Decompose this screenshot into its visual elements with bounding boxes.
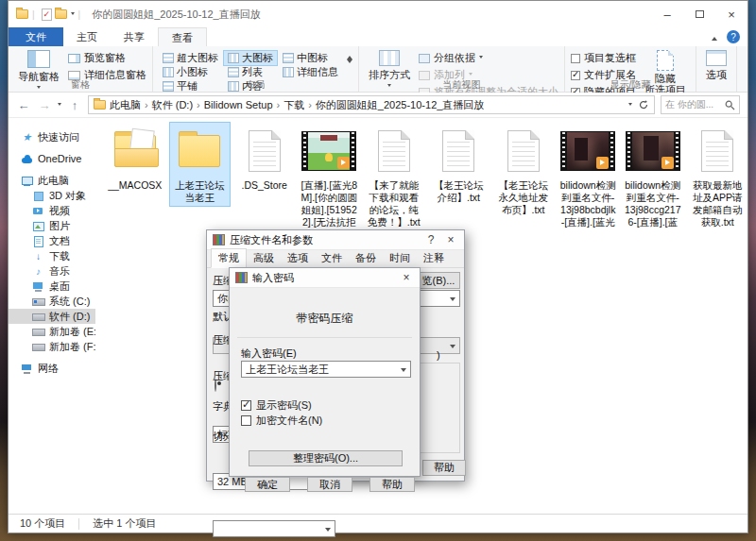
sidebar-item-downloads[interactable]: ↓下载 — [9, 248, 95, 263]
sidebar-item-drive-d[interactable]: 软件 (D:) — [9, 309, 95, 324]
forward-button[interactable]: → — [37, 98, 52, 112]
refresh-icon[interactable] — [638, 99, 649, 110]
sidebar-item-drive-f[interactable]: 新加卷 (F:) — [9, 339, 95, 354]
collapse-ribbon-icon[interactable] — [712, 34, 717, 41]
breadcrumb-downloads[interactable]: 下载 — [284, 98, 304, 112]
rar-tab-comment[interactable]: 注释 — [417, 249, 451, 267]
search-input[interactable]: 在 你的圆... — [661, 95, 740, 114]
breadcrumb-current-folder[interactable]: 你的圆圆姐姐_2025-10-12_直播回放 — [316, 98, 485, 112]
dialog-close-button[interactable]: × — [443, 233, 458, 246]
rar-tab-time[interactable]: 时间 — [383, 249, 417, 267]
document-icon — [32, 235, 44, 247]
sidebar-item-this-pc[interactable]: 此电脑 — [9, 173, 95, 188]
help-icon[interactable]: ? — [727, 30, 740, 43]
breadcrumb-bilidown-setup[interactable]: Bilidown Setup — [204, 99, 273, 110]
file-item[interactable]: .DS_Store — [234, 123, 295, 194]
up-button[interactable]: ↑ — [67, 98, 82, 112]
maximize-button[interactable] — [683, 1, 715, 27]
recent-locations-caret-icon[interactable] — [58, 103, 61, 108]
address-dropdown-caret-icon[interactable] — [628, 103, 632, 108]
rar-tab-backup[interactable]: 备份 — [349, 249, 383, 267]
layout-extra-large-icons[interactable]: 超大图标 — [159, 51, 222, 65]
show-password-checkbox[interactable]: 显示密码(S) — [241, 398, 312, 413]
text-file-icon — [507, 130, 540, 172]
file-item[interactable]: bilidown检测到重名文件-13j98bcbdjlk-[直播].[蓝光8M.… — [558, 123, 619, 231]
nav-pane-icon — [27, 50, 50, 68]
gallery-scroll-down-icon[interactable] — [347, 59, 352, 66]
properties-qat-icon[interactable] — [42, 8, 52, 21]
cloud-icon — [21, 153, 33, 165]
close-button[interactable]: × — [715, 1, 747, 27]
rar-dialog-title: 压缩文件名和参数 — [230, 233, 419, 247]
navigation-pane: ★快速访问 OneDrive 此电脑 3D 对象 视频 图片 文档 ↓下载 ♪音… — [9, 118, 95, 514]
tab-file[interactable]: 文件 — [9, 27, 63, 46]
sidebar-item-music[interactable]: ♪音乐 — [9, 263, 95, 279]
rar-tab-options[interactable]: 选项 — [281, 249, 315, 267]
organize-passwords-button[interactable]: 整理密码(O)... — [249, 450, 403, 466]
layout-small-icons[interactable]: 小图标 — [159, 65, 222, 79]
search-placeholder: 在 你的圆... — [665, 98, 722, 111]
layout-list[interactable]: 列表 — [224, 65, 277, 79]
cube-icon — [32, 190, 44, 202]
rar-tab-files[interactable]: 文件 — [315, 249, 349, 267]
breadcrumb-this-pc[interactable]: 此电脑 — [110, 98, 141, 112]
options-button[interactable]: 选项 — [702, 49, 730, 83]
item-checkboxes-toggle[interactable]: 项目复选框 — [571, 51, 636, 65]
preview-pane-button[interactable]: 预览窗格 — [68, 51, 146, 65]
file-item[interactable]: 【老王论坛介绍】.txt — [429, 123, 490, 206]
sidebar-item-drive-c[interactable]: 系统 (C:) — [9, 294, 95, 309]
password-input[interactable]: 上老王论坛当老王 — [241, 361, 411, 378]
rar-tab-general[interactable]: 常规 — [211, 248, 247, 268]
folder-icon — [179, 135, 220, 167]
layout-medium-icons[interactable]: 中图标 — [279, 51, 342, 65]
sidebar-item-drive-e[interactable]: 新加卷 (E:) — [9, 324, 95, 339]
breadcrumb[interactable]: 此电脑 › 软件 (D:) › Bilidown Setup › 下载 › 你的… — [88, 95, 655, 114]
sidebar-item-videos[interactable]: 视频 — [9, 203, 95, 218]
tab-home[interactable]: 主页 — [63, 27, 111, 46]
layout-large-icons[interactable]: 大图标 — [224, 51, 277, 65]
encrypt-filenames-checkbox[interactable]: 加密文件名(N) — [241, 414, 322, 428]
split-volumes-combo[interactable] — [213, 520, 335, 537]
sidebar-item-pictures[interactable]: 图片 — [9, 218, 95, 233]
file-item[interactable]: __MACOSX — [105, 123, 165, 194]
divider — [78, 518, 79, 530]
browse-button[interactable]: 览(B)... — [417, 272, 460, 289]
qat-customize-caret-icon[interactable] — [71, 12, 75, 17]
ribbon-group-options: 选项 — [696, 46, 737, 92]
options-icon — [706, 50, 727, 66]
group-label-current-view: 当前视图 — [359, 78, 564, 92]
file-item[interactable]: [直播].[蓝光8M].[你的圆圆姐姐].[519522].[无法抗拒的温柔..… — [300, 123, 360, 231]
layout-details[interactable]: 详细信息 — [279, 65, 342, 79]
file-item[interactable]: bilidown检测到重名文件-13j98ccg2176-[直播].[蓝光8..… — [623, 123, 683, 231]
minimize-button[interactable]: – — [651, 1, 683, 27]
dialog-help-button[interactable]: ? — [423, 233, 438, 246]
tab-share[interactable]: 共享 — [111, 27, 158, 46]
chevron-down-icon — [479, 56, 483, 60]
dialog-close-button[interactable]: × — [399, 271, 414, 284]
address-bar: ← → ↑ 此电脑 › 软件 (D:) › Bilidown Setup › 下… — [9, 93, 747, 118]
file-item-selected[interactable]: 上老王论坛当老王 — [170, 123, 231, 206]
sidebar-item-3d-objects[interactable]: 3D 对象 — [9, 188, 95, 203]
back-button[interactable]: ← — [16, 98, 31, 112]
tab-view[interactable]: 查看 — [158, 27, 207, 46]
gallery-scroll-up-icon[interactable] — [347, 53, 352, 59]
cancel-button[interactable]: 取消 — [307, 477, 352, 492]
group-by-button[interactable]: 分组依据 — [419, 51, 558, 65]
video-thumbnail-icon — [560, 131, 615, 171]
new-folder-qat-icon[interactable] — [55, 9, 67, 19]
file-item[interactable]: 【来了就能下载和观看的论坛，纯免费！】.txt — [364, 123, 424, 230]
ok-button[interactable]: 确定 — [245, 477, 290, 492]
sidebar-item-onedrive[interactable]: OneDrive — [9, 151, 95, 166]
rar-help-button[interactable]: 帮助 — [422, 460, 466, 476]
file-item[interactable]: 获取最新地址及APP请发邮箱自动获取.txt — [688, 123, 748, 230]
file-item[interactable]: 【老王论坛永久地址发布页】.txt — [493, 123, 554, 218]
rar-dialog-tabs: 常规 高级 选项 文件 备份 时间 注释 — [207, 250, 464, 268]
password-help-button[interactable]: 帮助 — [369, 477, 415, 492]
sidebar-item-network[interactable]: 网络 — [9, 361, 95, 376]
sidebar-item-desktop[interactable]: 桌面 — [9, 279, 95, 294]
breadcrumb-drive-d[interactable]: 软件 (D:) — [152, 98, 193, 112]
sidebar-item-documents[interactable]: 文档 — [9, 233, 95, 248]
sidebar-item-quick-access[interactable]: ★快速访问 — [9, 129, 95, 144]
hide-selected-items-icon — [657, 50, 674, 71]
rar-tab-advanced[interactable]: 高级 — [247, 249, 281, 267]
